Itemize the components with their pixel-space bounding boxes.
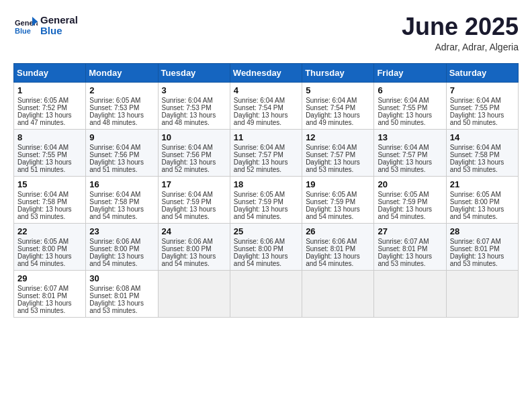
svg-text:Blue: Blue [15, 27, 31, 35]
calendar-cell [446, 270, 518, 317]
calendar-week-row: 1Sunrise: 6:05 AMSunset: 7:52 PMDaylight… [14, 82, 519, 129]
day-number: 1 [17, 85, 82, 95]
cell-info-line: Daylight: 13 hours [378, 158, 442, 166]
cell-info-line: Daylight: 13 hours [234, 158, 298, 166]
cell-info-line: Daylight: 13 hours [306, 158, 370, 166]
calendar-cell [374, 270, 446, 317]
calendar-cell [230, 270, 302, 317]
cell-info-line: Sunrise: 6:05 AM [89, 97, 154, 104]
cell-info-line: Sunrise: 6:04 AM [17, 144, 82, 151]
cell-info-line: Sunset: 8:00 PM [234, 245, 298, 253]
cell-info-line: and 54 minutes. [234, 260, 298, 267]
calendar-cell: 22Sunrise: 6:05 AMSunset: 8:00 PMDayligh… [14, 223, 86, 270]
calendar-cell: 13Sunrise: 6:04 AMSunset: 7:57 PMDayligh… [374, 129, 446, 176]
cell-info-line: Sunrise: 6:06 AM [162, 238, 226, 245]
day-number: 18 [234, 179, 298, 189]
weekday-header-tuesday: Tuesday [158, 63, 230, 82]
cell-info-line: Daylight: 13 hours [162, 205, 226, 213]
cell-info-line: Sunset: 8:01 PM [378, 245, 442, 253]
cell-info-line: and 53 minutes. [17, 307, 82, 314]
cell-info-line: and 51 minutes. [89, 166, 154, 173]
day-number: 21 [450, 179, 515, 189]
cell-info-line: and 53 minutes. [306, 166, 370, 173]
cell-info-line: Daylight: 13 hours [89, 205, 154, 213]
cell-info-line: Sunrise: 6:06 AM [89, 238, 154, 245]
cell-info-line: Daylight: 13 hours [306, 111, 370, 119]
cell-info-line: and 52 minutes. [234, 166, 298, 173]
calendar-week-row: 29Sunrise: 6:07 AMSunset: 8:01 PMDayligh… [14, 270, 519, 317]
cell-info-line: Sunset: 7:59 PM [306, 198, 370, 205]
cell-info-line: and 52 minutes. [162, 166, 226, 173]
day-number: 25 [234, 226, 298, 236]
cell-info-line: and 54 minutes. [234, 213, 298, 220]
cell-info-line: Sunrise: 6:05 AM [450, 191, 515, 198]
cell-info-line: Daylight: 13 hours [450, 205, 515, 213]
day-number: 28 [450, 226, 515, 236]
cell-info-line: Daylight: 13 hours [378, 205, 442, 213]
cell-info-line: Sunrise: 6:04 AM [162, 144, 226, 151]
logo-general-text: General [40, 15, 78, 26]
day-number: 17 [162, 179, 226, 189]
day-number: 15 [17, 179, 82, 189]
calendar-cell: 2Sunrise: 6:05 AMSunset: 7:53 PMDaylight… [86, 82, 158, 129]
weekday-header-sunday: Sunday [14, 63, 86, 82]
cell-info-line: Sunrise: 6:04 AM [234, 97, 298, 104]
day-number: 5 [306, 85, 370, 95]
logo-blue-text: Blue [40, 26, 78, 37]
cell-info-line: and 54 minutes. [306, 213, 370, 220]
cell-info-line: Sunrise: 6:04 AM [306, 97, 370, 104]
cell-info-line: Sunset: 7:59 PM [378, 198, 442, 205]
cell-info-line: and 54 minutes. [306, 260, 370, 267]
cell-info-line: Sunset: 7:57 PM [306, 151, 370, 158]
calendar-week-row: 8Sunrise: 6:04 AMSunset: 7:55 PMDaylight… [14, 129, 519, 176]
cell-info-line: Sunset: 8:01 PM [450, 245, 515, 253]
cell-info-line: Daylight: 13 hours [17, 158, 82, 166]
cell-info-line: Sunrise: 6:04 AM [17, 191, 82, 198]
cell-info-line: Sunrise: 6:05 AM [378, 191, 442, 198]
cell-info-line: and 49 minutes. [234, 119, 298, 126]
cell-info-line: Daylight: 13 hours [17, 111, 82, 119]
cell-info-line: Sunrise: 6:04 AM [89, 144, 154, 151]
calendar-cell: 24Sunrise: 6:06 AMSunset: 8:00 PMDayligh… [158, 223, 230, 270]
cell-info-line: Sunrise: 6:04 AM [450, 144, 515, 151]
day-number: 13 [378, 132, 442, 142]
calendar-cell: 15Sunrise: 6:04 AMSunset: 7:58 PMDayligh… [14, 176, 86, 223]
cell-info-line: Sunset: 7:55 PM [17, 151, 82, 158]
cell-info-line: Daylight: 13 hours [450, 253, 515, 260]
cell-info-line: Sunrise: 6:08 AM [89, 285, 154, 292]
cell-info-line: Sunset: 7:57 PM [378, 151, 442, 158]
day-number: 2 [89, 85, 154, 95]
cell-info-line: Sunrise: 6:04 AM [378, 97, 442, 104]
cell-info-line: and 54 minutes. [89, 260, 154, 267]
cell-info-line: Sunrise: 6:04 AM [162, 97, 226, 104]
cell-info-line: Daylight: 13 hours [162, 253, 226, 260]
cell-info-line: Sunset: 7:58 PM [450, 151, 515, 158]
weekday-header-thursday: Thursday [302, 63, 374, 82]
cell-info-line: and 54 minutes. [162, 260, 226, 267]
cell-info-line: and 50 minutes. [378, 119, 442, 126]
day-number: 20 [378, 179, 442, 189]
cell-info-line: Daylight: 13 hours [89, 111, 154, 119]
cell-info-line: Sunset: 8:00 PM [450, 198, 515, 205]
day-number: 19 [306, 179, 370, 189]
cell-info-line: Sunset: 8:01 PM [17, 292, 82, 300]
day-number: 11 [234, 132, 298, 142]
cell-info-line: Sunrise: 6:04 AM [306, 144, 370, 151]
calendar-cell: 20Sunrise: 6:05 AMSunset: 7:59 PMDayligh… [374, 176, 446, 223]
cell-info-line: Sunrise: 6:05 AM [234, 191, 298, 198]
calendar-cell: 17Sunrise: 6:04 AMSunset: 7:59 PMDayligh… [158, 176, 230, 223]
calendar-cell [302, 270, 374, 317]
day-number: 6 [378, 85, 442, 95]
calendar-cell: 26Sunrise: 6:06 AMSunset: 8:01 PMDayligh… [302, 223, 374, 270]
weekday-header-row: SundayMondayTuesdayWednesdayThursdayFrid… [14, 63, 519, 82]
calendar-cell: 30Sunrise: 6:08 AMSunset: 8:01 PMDayligh… [86, 270, 158, 317]
cell-info-line: Daylight: 13 hours [234, 205, 298, 213]
cell-info-line: and 54 minutes. [17, 260, 82, 267]
cell-info-line: Daylight: 13 hours [89, 300, 154, 307]
cell-info-line: Daylight: 13 hours [378, 253, 442, 260]
calendar-cell: 28Sunrise: 6:07 AMSunset: 8:01 PMDayligh… [446, 223, 518, 270]
day-number: 8 [17, 132, 82, 142]
calendar-week-row: 15Sunrise: 6:04 AMSunset: 7:58 PMDayligh… [14, 176, 519, 223]
calendar-cell: 18Sunrise: 6:05 AMSunset: 7:59 PMDayligh… [230, 176, 302, 223]
calendar-cell: 29Sunrise: 6:07 AMSunset: 8:01 PMDayligh… [14, 270, 86, 317]
